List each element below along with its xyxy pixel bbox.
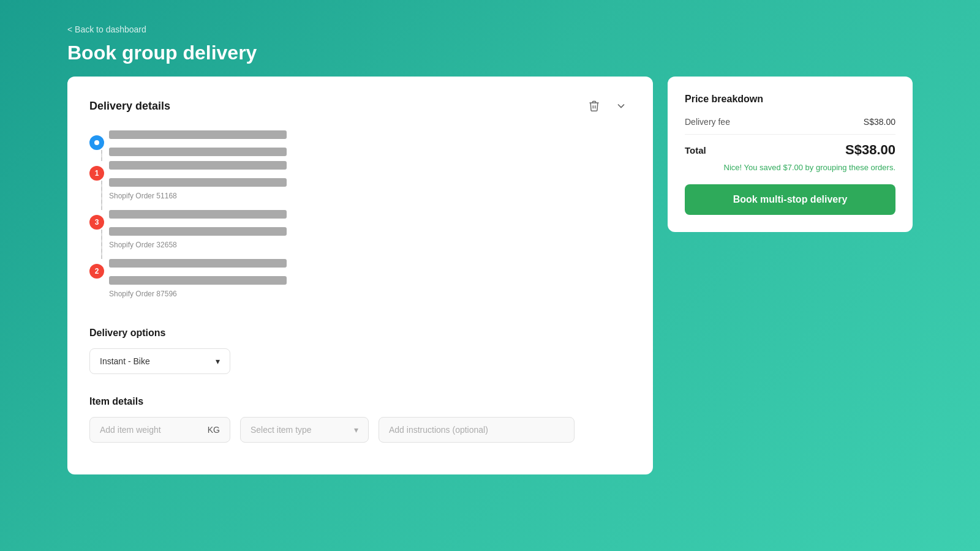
delivery-options-title: Delivery options bbox=[89, 328, 631, 339]
item-weight-input[interactable]: Add item weight KG bbox=[89, 417, 230, 443]
book-delivery-button[interactable]: Book multi-stop delivery bbox=[685, 184, 895, 215]
stop-2-marker: 2 bbox=[89, 264, 104, 279]
stop-1-marker: 1 bbox=[89, 166, 104, 181]
stop-1: 1 Shopify Order 51168 bbox=[89, 161, 631, 205]
stop-3-address-bar-1 bbox=[109, 210, 287, 219]
delivery-fee-label: Delivery fee bbox=[685, 117, 730, 127]
stops-list: 1 Shopify Order 51168 3 bbox=[89, 130, 631, 303]
item-details-section: Item details Add item weight KG Select i… bbox=[89, 396, 631, 443]
stop-3-address-bar-2 bbox=[109, 227, 287, 236]
price-breakdown-title: Price breakdown bbox=[685, 94, 895, 105]
origin-address-bar-1 bbox=[109, 130, 287, 139]
savings-text: Nice! You saved $7.00 by grouping these … bbox=[685, 163, 895, 172]
page-title: Book group delivery bbox=[67, 42, 980, 64]
total-label: Total bbox=[685, 145, 706, 156]
origin-marker bbox=[89, 135, 104, 150]
price-divider bbox=[685, 134, 895, 135]
stop-origin bbox=[89, 130, 631, 156]
item-weight-placeholder: Add item weight bbox=[100, 425, 208, 435]
collapse-button[interactable] bbox=[611, 96, 631, 116]
stop-1-address-bar-2 bbox=[109, 178, 287, 187]
stop-2-address-bar-1 bbox=[109, 259, 287, 268]
delivery-fee-value: S$38.00 bbox=[864, 117, 895, 127]
price-breakdown-panel: Price breakdown Delivery fee S$38.00 Tot… bbox=[668, 77, 913, 232]
stop-3-marker: 3 bbox=[89, 215, 104, 230]
item-details-title: Item details bbox=[89, 396, 631, 407]
stop-1-address-bar-1 bbox=[109, 161, 287, 170]
total-value: S$38.00 bbox=[845, 142, 895, 158]
item-instructions-placeholder: Add instructions (optional) bbox=[389, 425, 488, 435]
back-link[interactable]: < Back to dashboard bbox=[67, 24, 980, 34]
delivery-options-section: Delivery options Instant - Bike ▾ bbox=[89, 328, 631, 374]
stop-2-order-label: Shopify Order 87596 bbox=[109, 290, 631, 298]
selected-delivery-option: Instant - Bike bbox=[100, 356, 150, 366]
delivery-details-title: Delivery details bbox=[89, 100, 170, 113]
stop-3: 3 Shopify Order 32658 bbox=[89, 210, 631, 254]
stop-2-address-bar-2 bbox=[109, 276, 287, 285]
svg-point-0 bbox=[94, 140, 99, 145]
stop-2: 2 Shopify Order 87596 bbox=[89, 259, 631, 303]
item-instructions-input[interactable]: Add instructions (optional) bbox=[379, 417, 575, 443]
delivery-details-panel: Delivery details bbox=[67, 77, 653, 474]
item-type-select[interactable]: Select item type ▾ bbox=[240, 417, 369, 443]
stop-3-order-label: Shopify Order 32658 bbox=[109, 241, 631, 249]
item-type-placeholder: Select item type bbox=[251, 425, 312, 435]
stop-1-order-label: Shopify Order 51168 bbox=[109, 192, 631, 200]
item-type-chevron-icon: ▾ bbox=[354, 425, 358, 435]
origin-address-bar-2 bbox=[109, 148, 287, 156]
delivery-option-select[interactable]: Instant - Bike ▾ bbox=[89, 348, 230, 374]
delivery-option-chevron-icon: ▾ bbox=[216, 356, 220, 366]
item-weight-unit: KG bbox=[208, 425, 220, 435]
delete-button[interactable] bbox=[584, 96, 604, 116]
